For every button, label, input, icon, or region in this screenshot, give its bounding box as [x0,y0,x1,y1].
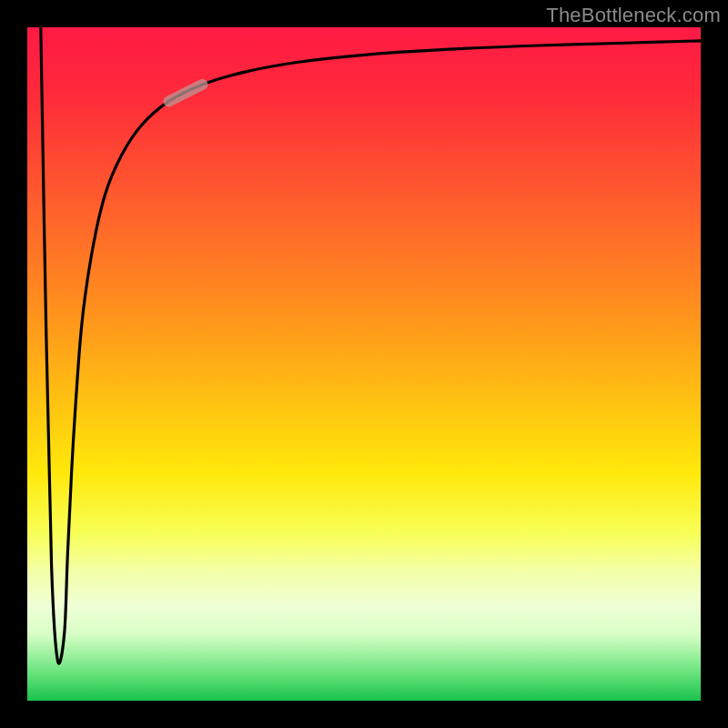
watermark-text: TheBottleneck.com [546,4,721,27]
chart-frame: TheBottleneck.com [0,0,728,728]
plot-area [27,27,701,701]
curve-path [41,27,701,663]
bottleneck-curve [27,27,701,701]
curve-highlight [168,85,202,102]
